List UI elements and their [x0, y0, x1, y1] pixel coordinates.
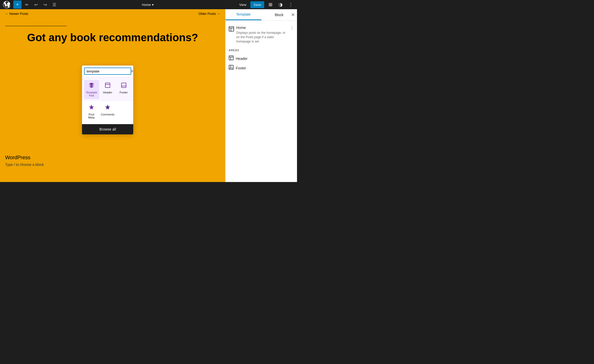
main-layout: ← Newer Posts Older Posts → Got any book…	[0, 9, 297, 182]
save-button[interactable]: Save	[250, 1, 264, 8]
inserter-item-footer[interactable]: Footer	[116, 80, 131, 99]
close-sidebar-button[interactable]: ✕	[291, 12, 295, 18]
undo-button[interactable]: ↩	[32, 1, 40, 9]
template-part-label: Template Part	[85, 91, 98, 97]
footer-area-name: Footer	[236, 66, 246, 70]
inserter-item-template-part[interactable]: Template Part	[84, 80, 99, 99]
edit-tool-button[interactable]: ✏	[23, 1, 31, 9]
inserter-item-header[interactable]: Header	[100, 80, 115, 99]
inserter-search-inner: ✕	[84, 68, 131, 75]
toolbar-right: View Save ⊞ ◑ ⋮	[237, 1, 295, 9]
inserter-item-post-meta[interactable]: Post Meta	[84, 102, 99, 121]
template-more-button[interactable]: ⋮	[290, 26, 294, 30]
layout-button[interactable]: ⊞	[266, 1, 274, 9]
canvas: ← Newer Posts Older Posts → Got any book…	[0, 9, 225, 182]
template-name: Home	[236, 26, 288, 30]
header-icon	[105, 82, 111, 90]
block-inserter: ✕ Template Part Header	[82, 66, 133, 134]
newer-posts-link[interactable]: ← Newer Posts	[5, 12, 28, 16]
post-meta-label: Post Meta	[85, 113, 98, 119]
site-name: WordPress	[5, 155, 44, 160]
inserter-item-comments[interactable]: Comments	[100, 102, 115, 121]
svg-rect-9	[229, 56, 233, 60]
canvas-heading: Got any book recommendations?	[5, 31, 220, 44]
svg-marker-5	[105, 105, 110, 110]
page-title[interactable]: Home ▾	[59, 3, 236, 7]
canvas-divider	[5, 26, 67, 26]
more-options-button[interactable]: ⋮	[287, 1, 295, 9]
inserter-search-area: ✕	[82, 66, 133, 77]
canvas-footer-area: WordPress Type / to choose a block	[5, 155, 44, 167]
svg-rect-2	[121, 83, 126, 88]
theme-toggle-button[interactable]: ◑	[276, 1, 285, 9]
template-description: Displays posts on the homepage, or on th…	[236, 31, 288, 44]
header-label: Header	[103, 91, 112, 94]
tab-template[interactable]: Template	[226, 9, 261, 20]
canvas-content: Got any book recommendations?	[0, 18, 225, 44]
svg-rect-0	[105, 83, 110, 88]
svg-rect-6	[229, 27, 234, 31]
template-info: Home Displays posts on the homepage, or …	[236, 26, 288, 44]
comments-icon	[105, 104, 111, 112]
redo-button[interactable]: ↪	[41, 1, 49, 9]
header-area-icon	[229, 55, 234, 62]
toolbar: + ✏ ↩ ↪ ☰ Home ▾ View Save ⊞ ◑ ⋮	[0, 0, 297, 9]
template-icon	[229, 26, 234, 33]
canvas-heading-text: Got any book recommendations?	[5, 31, 220, 44]
block-hint: Type / to choose a block	[5, 163, 44, 167]
footer-area-icon	[229, 65, 234, 71]
post-meta-icon	[88, 104, 95, 112]
sidebar-content: Home Displays posts on the homepage, or …	[226, 20, 297, 182]
header-area-name: Header	[236, 57, 248, 61]
area-item-footer[interactable]: Footer	[229, 63, 294, 73]
areas-label: AREAS	[229, 49, 294, 52]
wp-logo[interactable]	[2, 0, 11, 9]
older-posts-link[interactable]: Older Posts →	[198, 12, 220, 16]
view-button[interactable]: View	[237, 3, 248, 7]
comments-label: Comments	[101, 113, 114, 116]
clear-search-icon[interactable]: ✕	[131, 69, 133, 73]
footer-label: Footer	[120, 91, 128, 94]
footer-icon	[121, 82, 127, 90]
svg-marker-4	[89, 105, 94, 110]
list-view-button[interactable]: ☰	[50, 1, 58, 9]
add-block-button[interactable]: +	[13, 1, 22, 9]
inserter-search-input[interactable]	[87, 69, 130, 73]
sidebar-tabs: Template Block ✕	[226, 9, 297, 20]
sidebar: Template Block ✕ Home Displays posts on …	[225, 9, 297, 182]
template-item: Home Displays posts on the homepage, or …	[229, 24, 294, 46]
browse-all-button[interactable]: Browse all	[82, 124, 133, 134]
template-part-icon	[88, 82, 95, 90]
canvas-nav: ← Newer Posts Older Posts →	[0, 9, 225, 18]
area-item-header[interactable]: Header	[229, 54, 294, 63]
svg-rect-12	[229, 65, 233, 70]
